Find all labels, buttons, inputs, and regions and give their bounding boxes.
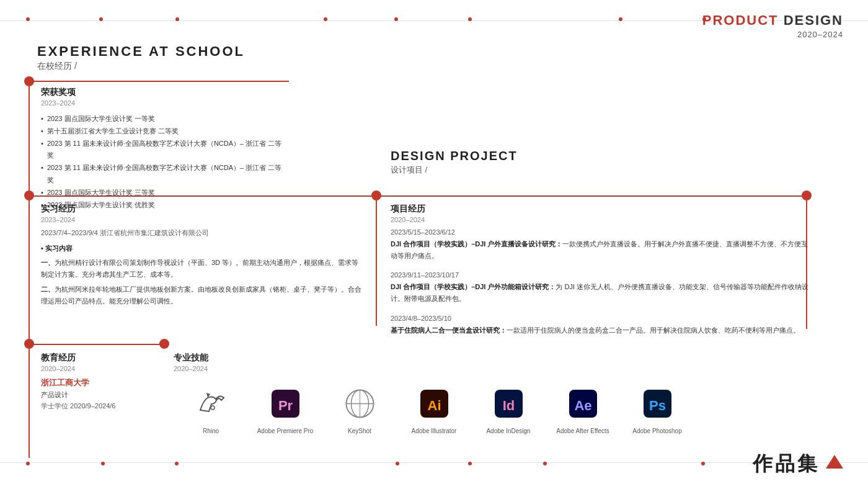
project-desc-1: DJI 合作项目（学校实践）–DJI 户外直播设备设计研究：一款便携式户外直播设… xyxy=(391,238,812,261)
pr-icon: Pr xyxy=(267,385,304,422)
top-dot-3 xyxy=(175,17,179,21)
bottom-dot-5 xyxy=(468,462,472,465)
bottom-decorative-line xyxy=(0,462,868,463)
node-bot-left xyxy=(24,339,34,349)
skill-ae-label: Adobe After Effects xyxy=(556,427,609,436)
project-date-1: 2023/5/15–2023/6/12 xyxy=(391,228,812,236)
timeline-line-left xyxy=(29,81,30,458)
skill-rhino-label: Rhino xyxy=(203,427,219,436)
timeline-line-mid xyxy=(376,195,377,326)
internship-subtitle: • 实习内容 xyxy=(41,244,363,253)
skills-icons-container: Rhino Pr Adobe Premiere Pro xyxy=(174,385,843,436)
page-header: PRODUCT DESIGN 2020–2024 xyxy=(702,12,843,39)
design-title-en: DESIGN PROJECT xyxy=(391,149,825,163)
section-title-cn: 在校经历 / xyxy=(37,61,245,72)
awards-section: 荣获奖项 2023–2024 2023 圆点国际大学生设计奖 一等奖 第十五届浙… xyxy=(41,87,283,211)
top-dot-1 xyxy=(26,17,30,21)
skills-section: 专业技能 2020–2024 Rhino Pr Adobe Premiere xyxy=(174,352,843,436)
project-desc-3: 基于住院病人二合一便当盒设计研究：一款适用于住院病人的便当盒药盒二合一产品。用于… xyxy=(391,325,812,336)
portfolio-arrow-icon xyxy=(826,455,843,469)
design-project-title: DESIGN PROJECT 设计项目 / xyxy=(391,149,825,176)
education-section: 教育经历 2020–2024 浙江工商大学 产品设计 学士学位 2020/9–2… xyxy=(41,352,165,411)
bottom-dot-6 xyxy=(543,462,547,465)
timeline-h-bot-left xyxy=(29,344,165,345)
award-item-4: 2023 第 11 届未来设计师·全国高校数字艺术设计大赛（NCDA）– 浙江省… xyxy=(41,162,283,187)
skill-id: Id Adobe InDesign xyxy=(471,385,546,436)
skill-ai-label: Adobe Illustrator xyxy=(412,427,457,436)
keyshot-icon xyxy=(341,385,378,422)
node-mid-left xyxy=(24,191,34,200)
ps-icon: Ps xyxy=(639,385,676,422)
top-dot-6 xyxy=(468,17,472,21)
skill-pr-label: Adobe Premiere Pro xyxy=(257,427,314,436)
node-mid-right xyxy=(802,191,812,200)
internship-label: 实习经历 xyxy=(41,204,363,215)
edu-major: 产品设计 xyxy=(41,390,165,400)
internship-item-1: 一、为杭州精行设计有限公司策划制作导视设计（平面、3D 等）。前期主动沟通用户，… xyxy=(41,257,363,280)
ae-icon: Ae xyxy=(564,385,601,422)
rhino-icon xyxy=(192,385,229,422)
header-product-label: PRODUCT xyxy=(702,12,779,28)
skill-ai: Ai Adobe Illustrator xyxy=(397,385,471,436)
skill-keyshot-label: KeyShot xyxy=(348,427,371,436)
awards-title: 荣获奖项 xyxy=(41,87,283,98)
svg-point-0 xyxy=(211,406,215,410)
portfolio-text: 作品集 xyxy=(753,451,820,478)
skill-rhino: Rhino xyxy=(174,385,248,436)
design-title-cn: 设计项目 / xyxy=(391,164,825,176)
header-date: 2020–2024 xyxy=(702,30,843,39)
project-entry-3: 2023/4/8–2023/5/10 基于住院病人二合一便当盒设计研究：一款适用… xyxy=(391,315,812,336)
skill-keyshot: KeyShot xyxy=(322,385,397,436)
project-history-label: 项目经历 xyxy=(391,204,812,215)
project-date-2: 2023/9/11–2023/10/17 xyxy=(391,271,812,279)
header-design-label: DESIGN xyxy=(779,12,843,28)
bottom-dot-7 xyxy=(701,462,705,465)
bottom-dot-3 xyxy=(175,462,179,465)
internship-period: 2023/7/4–2023/9/4 浙江省杭州市集汇建筑设计有限公司 xyxy=(41,228,363,238)
section-title: EXPERIENCE AT SCHOOL 在校经历 / xyxy=(37,43,245,72)
bottom-dot-4 xyxy=(396,462,399,465)
top-dot-4 xyxy=(324,17,327,21)
top-dot-2 xyxy=(99,17,103,21)
edu-date: 2020–2024 xyxy=(41,365,165,372)
project-history-date: 2020–2024 xyxy=(391,216,812,223)
award-item-1: 2023 圆点国际大学生设计奖 一等奖 xyxy=(41,113,283,125)
award-item-2: 第十五届浙江省大学生工业设计竞赛 二等奖 xyxy=(41,125,283,138)
skills-date: 2020–2024 xyxy=(174,365,843,372)
award-item-5: 2023 圆点国际大学生设计奖 三等奖 xyxy=(41,187,283,199)
bottom-dot-2 xyxy=(101,462,105,465)
svg-text:Ps: Ps xyxy=(649,398,666,413)
project-entry-2: 2023/9/11–2023/10/17 DJI 合作项目（学校实践）–DJI … xyxy=(391,271,812,304)
svg-text:Ae: Ae xyxy=(574,398,591,413)
section-title-en: EXPERIENCE AT SCHOOL xyxy=(37,43,245,60)
bottom-dot-1 xyxy=(26,462,30,465)
awards-date: 2023–2024 xyxy=(41,99,283,107)
node-bot-center xyxy=(159,339,169,349)
svg-text:Ai: Ai xyxy=(427,398,441,413)
node-top-left xyxy=(24,76,34,86)
top-dot-5 xyxy=(394,17,398,21)
skill-ae: Ae Adobe After Effects xyxy=(546,385,620,436)
edu-degree: 学士学位 2020/9–2024/6 xyxy=(41,402,165,411)
project-desc-2: DJI 合作项目（学校实践）–DJI 户外功能箱设计研究：为 DJI 迷你无人机… xyxy=(391,281,812,304)
timeline-h-top xyxy=(29,81,289,82)
svg-text:Id: Id xyxy=(502,398,515,413)
project-section: 项目经历 2020–2024 2023/5/15–2023/6/12 DJI 合… xyxy=(391,204,812,346)
skill-pr: Pr Adobe Premiere Pro xyxy=(248,385,322,436)
ai-icon: Ai xyxy=(415,385,453,422)
award-item-3: 2023 第 11 届未来设计师·全国高校数字艺术设计大赛（NCDA）– 浙江省… xyxy=(41,138,283,163)
skills-label: 专业技能 xyxy=(174,352,843,364)
top-dot-7 xyxy=(619,17,622,21)
svg-text:Pr: Pr xyxy=(278,398,293,413)
internship-item-2: 二、为杭州阿米拉年轮地板工厂提供地板创新方案。由地板改良创新成家具（铬柜、桌子、… xyxy=(41,284,363,307)
internship-section: 实习经历 2023–2024 2023/7/4–2023/9/4 浙江省杭州市集… xyxy=(41,204,363,311)
node-mid-center xyxy=(371,191,381,200)
internship-date: 2023–2024 xyxy=(41,216,363,223)
skill-id-label: Adobe InDesign xyxy=(486,427,530,436)
project-entry-1: 2023/5/15–2023/6/12 DJI 合作项目（学校实践）–DJI 户… xyxy=(391,228,812,261)
project-date-3: 2023/4/8–2023/5/10 xyxy=(391,315,812,322)
skill-ps: Ps Adobe Photoshop xyxy=(620,385,694,436)
id-icon: Id xyxy=(490,385,527,422)
edu-label: 教育经历 xyxy=(41,352,165,364)
skill-ps-label: Adobe Photoshop xyxy=(632,427,682,436)
